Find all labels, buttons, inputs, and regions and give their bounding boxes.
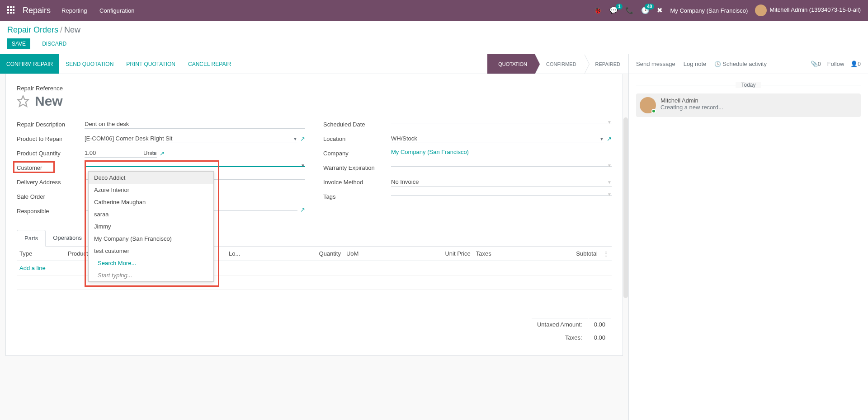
caret-down-icon[interactable]: ▼ xyxy=(599,136,604,141)
tab-operations[interactable]: Operations xyxy=(46,230,89,246)
stage-repaired[interactable]: REPAIRED xyxy=(585,54,628,74)
menu-reporting[interactable]: Reporting xyxy=(61,7,87,14)
stage-quotation[interactable]: QUOTATION xyxy=(487,54,535,74)
col-kebab[interactable]: ⋮ xyxy=(600,247,612,261)
dropdown-item[interactable]: Azure Interior xyxy=(89,184,213,196)
confirm-repair-button[interactable]: CONFIRM REPAIR xyxy=(0,54,59,74)
status-bar: CONFIRM REPAIR SEND QUOTATION PRINT QUOT… xyxy=(0,54,628,74)
send-message-button[interactable]: Send message xyxy=(636,61,675,67)
form-sheet: Repair Reference New Repair Description … xyxy=(5,74,623,356)
caret-down-icon[interactable]: ▼ xyxy=(607,120,612,125)
message-text: Creating a new record... xyxy=(660,104,723,111)
col-quantity: Quantity xyxy=(271,247,344,261)
top-navbar: Repairs Reporting Configuration 🐞 💬1 📞 🕓… xyxy=(0,0,868,21)
form-left-column: Repair Description Dent on the desk Prod… xyxy=(17,120,305,221)
scrollbar[interactable] xyxy=(623,117,628,298)
apps-icon[interactable] xyxy=(7,6,15,14)
col-taxes: Taxes xyxy=(473,247,528,261)
caret-down-icon[interactable]: ▼ xyxy=(607,192,612,197)
caret-down-icon[interactable]: ▼ xyxy=(301,163,305,168)
caret-down-icon[interactable]: ▼ xyxy=(152,151,157,156)
main-menu: Reporting Configuration xyxy=(61,7,145,14)
dropdown-item[interactable]: Deco Addict xyxy=(89,172,213,184)
debug-icon[interactable]: 🐞 xyxy=(594,6,602,14)
module-name[interactable]: Repairs xyxy=(23,6,51,15)
reference-label: Repair Reference xyxy=(17,85,612,92)
user-icon: 👤 xyxy=(850,61,858,67)
product-quantity-label: Product Quantity xyxy=(17,149,85,157)
message-avatar xyxy=(640,97,656,113)
svg-marker-0 xyxy=(18,96,28,106)
product-to-repair-input[interactable]: [E-COM06] Corner Desk Right Sit xyxy=(85,134,297,143)
clock-icon: 🕓 xyxy=(714,61,721,67)
scheduled-date-label: Scheduled Date xyxy=(323,120,391,128)
attachment-count[interactable]: 📎0 xyxy=(811,61,821,67)
tags-input[interactable] xyxy=(391,193,612,196)
breadcrumb-current: New xyxy=(64,25,80,34)
send-quotation-button[interactable]: SEND QUOTATION xyxy=(59,54,120,74)
dropdown-search-more[interactable]: Search More... xyxy=(89,257,213,269)
form-view: CONFIRM REPAIR SEND QUOTATION PRINT QUOT… xyxy=(0,54,628,420)
log-note-button[interactable]: Log note xyxy=(684,61,707,67)
totals: Untaxed Amount:0.00 Taxes:0.00 xyxy=(17,317,612,345)
external-link-icon[interactable]: ↗ xyxy=(300,206,305,213)
dropdown-start-typing[interactable]: Start typing... xyxy=(89,269,213,281)
dropdown-item[interactable]: My Company (San Francisco) xyxy=(89,233,213,245)
caret-down-icon[interactable]: ▼ xyxy=(607,180,612,185)
caret-down-icon[interactable]: ▼ xyxy=(607,163,612,168)
scheduled-date-input[interactable] xyxy=(391,121,612,123)
user-menu[interactable]: Mitchell Admin (13934073-15-0-all) xyxy=(755,5,861,16)
external-link-icon[interactable]: ↗ xyxy=(607,135,612,142)
stage-confirmed[interactable]: CONFIRMED xyxy=(535,54,585,74)
location-label: Location xyxy=(323,134,391,142)
priority-star-icon[interactable] xyxy=(17,95,29,107)
phone-icon[interactable]: 📞 xyxy=(625,6,634,14)
external-link-icon[interactable]: ↗ xyxy=(300,135,305,142)
discard-button[interactable]: DISCARD xyxy=(38,38,71,49)
support-icon[interactable]: ✖ xyxy=(657,6,663,14)
location-input[interactable]: WH/Stock xyxy=(391,134,604,143)
print-quotation-button[interactable]: PRINT QUOTATION xyxy=(120,54,182,74)
chatter-panel: Send message Log note 🕓Schedule activity… xyxy=(628,54,868,420)
col-type: Type xyxy=(17,247,65,261)
dropdown-item[interactable]: Jimmy xyxy=(89,220,213,233)
form-right-column: Scheduled Date ▼ Location WH/Stock▼↗ Com… xyxy=(323,120,612,221)
taxes-value: 0.00 xyxy=(589,331,611,344)
untaxed-value: 0.00 xyxy=(589,318,611,331)
company-switcher[interactable]: My Company (San Francisco) xyxy=(670,7,748,14)
taxes-label: Taxes: xyxy=(532,331,588,344)
avatar-icon xyxy=(755,5,767,16)
follow-button[interactable]: Follow xyxy=(827,61,844,67)
responsible-label: Responsible xyxy=(17,206,85,215)
sale-order-label: Sale Order xyxy=(17,192,85,200)
product-to-repair-label: Product to Repair xyxy=(17,134,85,142)
dropdown-item[interactable]: Catherine Maughan xyxy=(89,196,213,208)
invoice-method-label: Invoice Method xyxy=(323,177,391,186)
chatter-date-header: Today xyxy=(636,81,861,88)
menu-configuration[interactable]: Configuration xyxy=(99,7,134,14)
reference-value: New xyxy=(35,93,63,109)
messages-icon[interactable]: 💬1 xyxy=(609,6,618,14)
quantity-input[interactable]: 1.00 xyxy=(85,149,143,158)
delivery-address-label: Delivery Address xyxy=(17,177,85,186)
warranty-expiration-input[interactable] xyxy=(391,164,612,167)
caret-down-icon[interactable]: ▼ xyxy=(293,136,297,141)
company-link[interactable]: My Company (San Francisco) xyxy=(391,149,469,155)
invoice-method-select[interactable]: No Invoice xyxy=(391,177,612,187)
tags-label: Tags xyxy=(323,192,391,200)
save-button[interactable]: SAVE xyxy=(7,38,30,49)
external-link-icon[interactable]: ↗ xyxy=(160,150,165,157)
chatter-topbar: Send message Log note 🕓Schedule activity… xyxy=(629,54,868,74)
warranty-expiration-label: Warranty Expiration xyxy=(323,163,391,171)
untaxed-label: Untaxed Amount: xyxy=(532,318,588,331)
schedule-activity-button[interactable]: 🕓Schedule activity xyxy=(714,61,767,67)
dropdown-item[interactable]: test customer xyxy=(89,245,213,257)
cancel-repair-button[interactable]: CANCEL REPAIR xyxy=(182,54,237,74)
activity-icon[interactable]: 🕓40 xyxy=(641,6,650,14)
breadcrumb-root[interactable]: Repair Orders xyxy=(7,25,58,34)
breadcrumb: Repair Orders/New xyxy=(7,25,861,35)
follower-count[interactable]: 👤0 xyxy=(850,61,861,67)
tab-parts[interactable]: Parts xyxy=(17,230,46,247)
repair-description-input[interactable]: Dent on the desk xyxy=(85,120,305,129)
dropdown-item[interactable]: saraa xyxy=(89,208,213,220)
